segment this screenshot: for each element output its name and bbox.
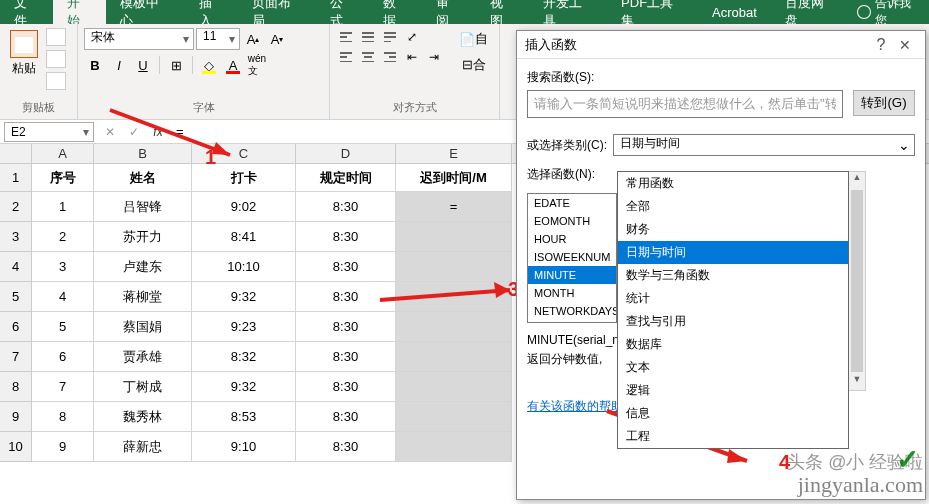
cell[interactable]: 9:23 [192,312,296,342]
font-size-select[interactable]: 11 [196,28,240,50]
cell[interactable] [396,312,512,342]
cell[interactable] [396,432,512,462]
cell[interactable]: 8:30 [296,342,396,372]
tab-home[interactable]: 开始 [53,0,106,24]
tab-insert[interactable]: 插入 [185,0,238,24]
dialog-close-button[interactable]: ✕ [893,37,917,53]
tab-data[interactable]: 数据 [369,0,422,24]
row-header[interactable]: 2 [0,192,32,222]
category-item[interactable]: 信息 [618,402,848,425]
cell[interactable]: 丁树成 [94,372,192,402]
cell[interactable]: 7 [32,372,94,402]
paste-button[interactable]: 粘贴 [6,28,42,98]
tab-formula[interactable]: 公式 [316,0,369,24]
formula-cancel-button[interactable]: ✕ [98,122,122,142]
cell[interactable]: 蒋柳堂 [94,282,192,312]
cell[interactable]: 8:30 [296,402,396,432]
tab-pdf[interactable]: PDF工具集 [607,0,698,24]
cell[interactable]: 8:30 [296,312,396,342]
fx-button[interactable]: fx [146,122,170,142]
copy-button[interactable] [46,50,66,68]
col-header-b[interactable]: B [94,144,192,163]
name-box[interactable]: E2 [4,122,94,142]
cell[interactable]: 4 [32,282,94,312]
col-header-d[interactable]: D [296,144,396,163]
category-item[interactable]: 统计 [618,287,848,310]
cell[interactable]: 9:32 [192,372,296,402]
formula-confirm-button[interactable]: ✓ [122,122,146,142]
cell[interactable]: 8:30 [296,252,396,282]
orientation-button[interactable]: ⤢ [402,28,422,46]
category-item[interactable]: 数学与三角函数 [618,264,848,287]
align-right-button[interactable] [380,48,400,66]
row-header[interactable]: 9 [0,402,32,432]
tab-layout[interactable]: 页面布局 [238,0,316,24]
category-item[interactable]: 查找与引用 [618,310,848,333]
function-item[interactable]: HOUR [528,230,616,248]
category-item[interactable]: 日期与时间 [618,241,848,264]
tab-acrobat[interactable]: Acrobat [698,0,771,24]
cell[interactable]: 9:02 [192,192,296,222]
align-left-button[interactable] [336,48,356,66]
cell[interactable]: 苏开力 [94,222,192,252]
scroll-up-icon[interactable]: ▲ [849,172,865,188]
cell[interactable] [396,252,512,282]
cell[interactable] [396,342,512,372]
border-button[interactable]: ⊞ [165,54,187,76]
phonetic-button[interactable]: wén文 [246,54,268,76]
cell[interactable]: 卢建东 [94,252,192,282]
cell[interactable] [396,222,512,252]
function-help-link[interactable]: 有关该函数的帮助 [527,398,623,415]
grow-font-button[interactable]: A▴ [242,28,264,50]
dropdown-scrollbar[interactable]: ▲ ▼ [849,171,866,391]
category-item[interactable]: 全部 [618,195,848,218]
cell[interactable]: 6 [32,342,94,372]
cell[interactable]: 8 [32,402,94,432]
tab-dev[interactable]: 开发工具 [529,0,607,24]
cell[interactable]: 3 [32,252,94,282]
function-item[interactable]: NETWORKDAYS [528,302,616,320]
category-item[interactable]: 逻辑 [618,379,848,402]
header-cell[interactable]: 姓名 [94,164,192,192]
merge-button[interactable]: ⊟合 [454,54,493,76]
italic-button[interactable]: I [108,54,130,76]
cell[interactable]: 8:30 [296,192,396,222]
scroll-thumb[interactable] [851,190,863,372]
font-name-select[interactable]: 宋体 [84,28,194,50]
tab-review[interactable]: 审阅 [422,0,475,24]
category-select[interactable]: 日期与时间 [613,134,915,156]
cell[interactable]: 5 [32,312,94,342]
category-item[interactable]: 文本 [618,356,848,379]
row-header[interactable]: 4 [0,252,32,282]
cell[interactable]: 9:10 [192,432,296,462]
cell[interactable]: 10:10 [192,252,296,282]
cell[interactable]: 8:30 [296,282,396,312]
header-cell[interactable]: 序号 [32,164,94,192]
align-top-button[interactable] [336,28,356,46]
col-header-a[interactable]: A [32,144,94,163]
cell[interactable]: 8:32 [192,342,296,372]
row-header[interactable]: 3 [0,222,32,252]
row-header[interactable]: 6 [0,312,32,342]
align-center-button[interactable] [358,48,378,66]
dialog-help-button[interactable]: ? [869,36,893,54]
search-function-input[interactable] [527,90,843,118]
fill-color-button[interactable]: ◇ [198,54,220,76]
goto-button[interactable]: 转到(G) [853,90,915,116]
cell[interactable]: 2 [32,222,94,252]
header-cell[interactable]: 规定时间 [296,164,396,192]
function-item[interactable]: MINUTE [528,266,616,284]
cell[interactable]: 8:41 [192,222,296,252]
function-item[interactable]: ISOWEEKNUM [528,248,616,266]
cell[interactable]: 薛新忠 [94,432,192,462]
underline-button[interactable]: U [132,54,154,76]
cell[interactable]: 吕智锋 [94,192,192,222]
cell[interactable]: 蔡国娟 [94,312,192,342]
row-header[interactable]: 1 [0,164,32,192]
cell[interactable]: 1 [32,192,94,222]
cell[interactable]: 8:30 [296,222,396,252]
format-painter-button[interactable] [46,72,66,90]
row-header[interactable]: 10 [0,432,32,462]
category-dropdown[interactable]: 常用函数全部财务日期与时间数学与三角函数统计查找与引用数据库文本逻辑信息工程 [617,171,849,449]
cell[interactable]: 9:32 [192,282,296,312]
